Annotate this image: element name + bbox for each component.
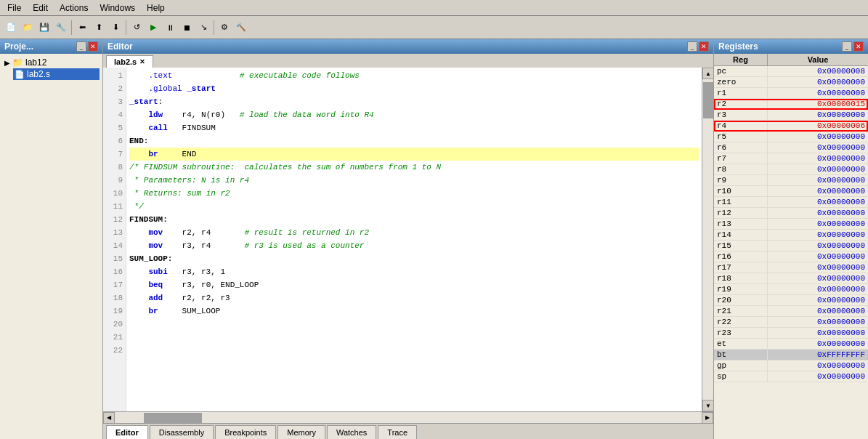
reg-row[interactable]: r7 0x00000000 [714, 153, 868, 164]
reg-row[interactable]: r18 0x00000000 [714, 273, 868, 284]
code-area: 12345678910111213141516171819202122 .tex… [103, 68, 713, 411]
reg-row[interactable]: gp 0x00000000 [714, 361, 868, 371]
toolbar: 📄 📁 💾 🔧 ⬅ ⬆ ⬇ ↺ ▶ ⏸ ⏹ ↘ ⚙ 🔨 [0, 16, 868, 39]
reg-row[interactable]: r9 0x00000000 [714, 175, 868, 186]
reg-row[interactable]: r5 0x00000000 [714, 132, 868, 142]
toolbar-open[interactable]: 📁 [20, 20, 36, 36]
reg-row[interactable]: r10 0x00000000 [714, 186, 868, 197]
h-scroll-thumb[interactable] [144, 413, 202, 423]
reg-cell-name: r17 [714, 262, 768, 273]
reg-cell-name: r5 [714, 132, 768, 142]
tab-close-icon[interactable]: ✕ [139, 58, 145, 65]
tree-folder-item[interactable]: ▶ 📁 lab12 [3, 57, 100, 68]
project-close-btn[interactable]: ✕ [88, 41, 98, 52]
toolbar-disassemble[interactable]: 🔨 [233, 20, 249, 36]
scroll-up-btn[interactable]: ▲ [702, 68, 713, 79]
editor-tab-lab2s[interactable]: lab2.s ✕ [106, 55, 153, 68]
scroll-thumb[interactable] [703, 82, 713, 118]
reg-row[interactable]: r19 0x00000000 [714, 284, 868, 295]
vertical-scrollbar[interactable]: ▲ ▼ [702, 68, 713, 411]
project-minimize-btn[interactable]: _ [76, 41, 86, 52]
menubar: File Edit Actions Windows Help [0, 0, 868, 16]
reg-row[interactable]: r23 0x00000000 [714, 328, 868, 339]
reg-row[interactable]: et 0x00000000 [714, 339, 868, 350]
reg-row[interactable]: r8 0x00000000 [714, 164, 868, 175]
registers-close-btn[interactable]: ✕ [853, 41, 864, 52]
reg-row[interactable]: bt 0xFFFFFFFF [714, 350, 868, 361]
menu-help[interactable]: Help [141, 1, 171, 15]
reg-cell-value: 0x00000000 [768, 284, 868, 294]
horizontal-scrollbar[interactable]: ◀ ▶ [103, 411, 713, 423]
toolbar-pause[interactable]: ⏸ [162, 20, 178, 36]
toolbar-step-into[interactable]: ↘ [195, 20, 211, 36]
reg-row[interactable]: r13 0x00000000 [714, 219, 868, 230]
toolbar-new[interactable]: 📄 [3, 20, 19, 36]
folder-label: lab12 [25, 57, 46, 68]
reg-cell-value: 0x00000000 [768, 153, 868, 164]
tab-disassembly[interactable]: Disassembly [150, 425, 214, 439]
reg-row[interactable]: r12 0x00000000 [714, 208, 868, 219]
reg-row[interactable]: r4 0x00000006 [714, 121, 868, 132]
project-title: Proje... [4, 41, 33, 52]
reg-row[interactable]: zero 0x00000000 [714, 77, 868, 88]
reg-row[interactable]: pc 0x00000008 [714, 66, 868, 77]
toolbar-step-down[interactable]: ⬇ [108, 20, 123, 36]
reg-row[interactable]: r20 0x00000000 [714, 295, 868, 306]
toolbar-step-up[interactable]: ⬆ [91, 20, 107, 36]
reg-cell-value: 0x00000000 [768, 241, 868, 251]
toolbar-assemble[interactable]: ⚙ [216, 20, 232, 36]
reg-cell-name: r4 [714, 121, 768, 131]
menu-file[interactable]: File [1, 1, 27, 15]
reg-row[interactable]: r1 0x00000000 [714, 88, 868, 99]
tree-file-item[interactable]: 📄 lab2.s [13, 68, 100, 80]
toolbar-undo[interactable]: ↺ [129, 20, 145, 36]
reg-cell-value: 0x00000000 [768, 317, 868, 327]
reg-cell-value: 0x00000000 [768, 132, 868, 142]
reg-row[interactable]: r14 0x00000000 [714, 230, 868, 241]
reg-cell-value: 0x00000000 [768, 219, 868, 229]
h-scroll-track [115, 412, 702, 423]
reg-row[interactable]: r22 0x00000000 [714, 317, 868, 328]
reg-row[interactable]: sp 0x00000000 [714, 371, 868, 382]
reg-cell-name: r22 [714, 317, 768, 327]
reg-row[interactable]: r21 0x00000000 [714, 306, 868, 317]
toolbar-stop[interactable]: ⏹ [179, 20, 195, 36]
col-reg-header: Reg [714, 54, 768, 65]
reg-row[interactable]: r6 0x00000000 [714, 142, 868, 153]
scroll-down-btn[interactable]: ▼ [702, 400, 713, 411]
scroll-right-btn[interactable]: ▶ [702, 412, 713, 424]
tab-trace[interactable]: Trace [378, 425, 417, 439]
registers-header-controls: _ ✕ [842, 41, 864, 52]
reg-cell-name: r3 [714, 110, 768, 120]
menu-edit[interactable]: Edit [27, 1, 54, 15]
reg-cell-name: r18 [714, 273, 768, 283]
tab-editor[interactable]: Editor [106, 425, 148, 439]
reg-row[interactable]: r11 0x00000000 [714, 197, 868, 208]
menu-windows[interactable]: Windows [94, 1, 141, 15]
tab-watches[interactable]: Watches [327, 425, 376, 439]
reg-row[interactable]: r15 0x00000000 [714, 241, 868, 251]
editor-minimize-btn[interactable]: _ [687, 41, 697, 52]
scroll-left-btn[interactable]: ◀ [103, 412, 115, 424]
reg-cell-name: r12 [714, 208, 768, 218]
reg-row[interactable]: r2 0x00000015 [714, 99, 868, 110]
editor-close-btn[interactable]: ✕ [699, 41, 709, 52]
code-content[interactable]: .text # executable code follows .global … [126, 68, 702, 411]
reg-row[interactable]: r3 0x00000000 [714, 110, 868, 121]
reg-cell-value: 0x00000000 [768, 328, 868, 338]
tab-breakpoints[interactable]: Breakpoints [215, 425, 276, 439]
reg-cell-name: r9 [714, 175, 768, 185]
reg-row[interactable]: r17 0x00000000 [714, 262, 868, 273]
toolbar-run[interactable]: ▶ [145, 20, 161, 36]
reg-cell-name: r7 [714, 153, 768, 164]
toolbar-save[interactable]: 💾 [36, 20, 52, 36]
registers-minimize-btn[interactable]: _ [842, 41, 852, 52]
reg-row[interactable]: r16 0x00000000 [714, 251, 868, 262]
reg-cell-name: gp [714, 361, 768, 371]
tab-memory[interactable]: Memory [277, 425, 325, 439]
toolbar-sep1 [71, 20, 72, 35]
menu-actions[interactable]: Actions [54, 1, 94, 15]
toolbar-btn4[interactable]: 🔧 [53, 20, 69, 36]
project-panel: Proje... _ ✕ ▶ 📁 lab12 📄 lab2.s [0, 39, 103, 439]
toolbar-step-back[interactable]: ⬅ [74, 20, 90, 36]
